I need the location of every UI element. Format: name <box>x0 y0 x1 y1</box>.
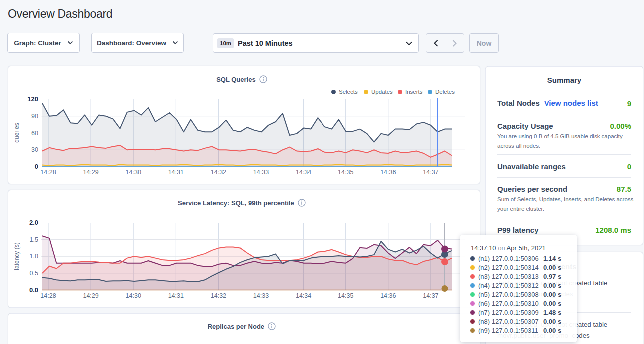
svg-text:14:35: 14:35 <box>338 292 353 299</box>
svg-text:1.0: 1.0 <box>30 253 38 260</box>
svg-text:14:36: 14:36 <box>380 292 396 299</box>
svg-text:14:30: 14:30 <box>126 169 141 176</box>
svg-text:14:31: 14:31 <box>168 169 184 176</box>
svg-text:0.0: 0.0 <box>29 286 38 294</box>
svg-text:60: 60 <box>31 130 38 137</box>
svg-text:30: 30 <box>31 146 38 153</box>
svg-text:2.0: 2.0 <box>29 219 38 226</box>
svg-text:1.5: 1.5 <box>30 236 38 243</box>
svg-text:14:33: 14:33 <box>253 292 269 299</box>
svg-text:14:29: 14:29 <box>83 169 98 176</box>
svg-text:0.5: 0.5 <box>30 270 38 277</box>
svg-text:14:35: 14:35 <box>338 169 353 176</box>
svg-text:14:36: 14:36 <box>380 169 396 176</box>
svg-text:14:33: 14:33 <box>253 169 269 176</box>
svg-text:14:34: 14:34 <box>296 169 311 176</box>
svg-text:14:32: 14:32 <box>211 169 226 176</box>
svg-text:0: 0 <box>35 163 38 170</box>
svg-text:14:34: 14:34 <box>296 292 311 299</box>
svg-text:14:29: 14:29 <box>83 292 98 299</box>
svg-text:14:31: 14:31 <box>168 292 184 299</box>
svg-text:latency (s): latency (s) <box>13 242 20 270</box>
svg-text:14:32: 14:32 <box>211 292 226 299</box>
svg-text:90: 90 <box>31 113 38 120</box>
svg-text:14:28: 14:28 <box>40 292 56 299</box>
svg-text:14:28: 14:28 <box>40 169 56 176</box>
svg-text:14:30: 14:30 <box>126 292 141 299</box>
svg-text:120: 120 <box>27 95 38 103</box>
svg-text:14:37: 14:37 <box>423 169 438 176</box>
svg-text:queries: queries <box>13 123 20 142</box>
svg-text:14:37: 14:37 <box>423 292 438 299</box>
